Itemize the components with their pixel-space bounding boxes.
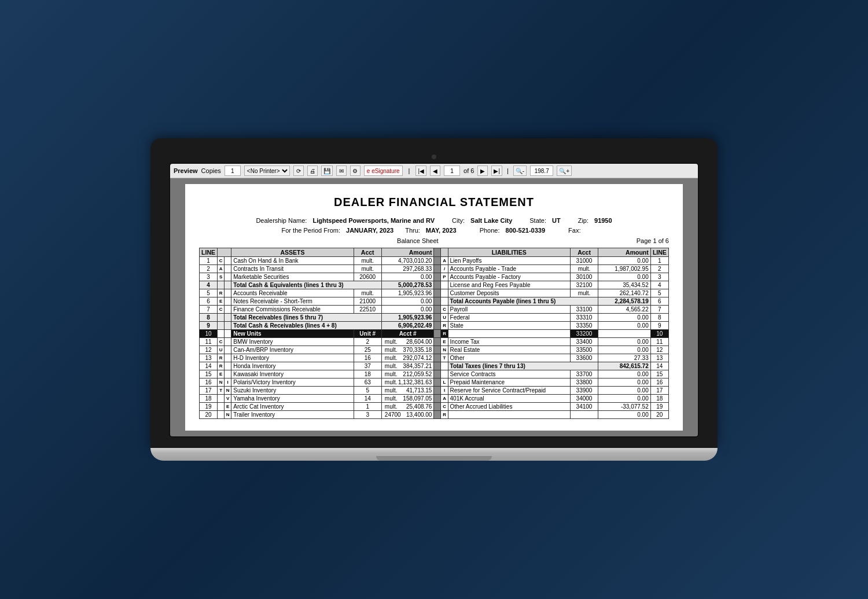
column-divider — [434, 257, 441, 265]
line-header-right: LINE — [650, 248, 668, 257]
column-divider — [434, 387, 441, 395]
zoom-in-btn[interactable]: 🔍+ — [557, 166, 572, 176]
left-side-label-2 — [225, 330, 231, 338]
print-btn[interactable]: 🖨 — [307, 166, 318, 176]
asset-description: Arctic Cat Inventory — [231, 403, 354, 411]
liability-acct: 33600 — [570, 354, 598, 362]
settings-btn[interactable]: ⚙ — [350, 166, 361, 176]
asset-description: New Units — [231, 330, 354, 338]
email-btn[interactable]: ✉ — [336, 166, 347, 176]
column-divider — [434, 395, 441, 403]
right-side-label — [441, 297, 448, 306]
liability-amount: 0.00 — [598, 395, 651, 403]
asset-amount: 2470013,400.00 — [381, 411, 434, 419]
phone-label: Phone: — [480, 227, 500, 234]
column-divider — [434, 289, 441, 297]
save-btn[interactable]: 💾 — [321, 166, 333, 176]
line-header-left: LINE — [200, 248, 218, 257]
liability-acct: 33400 — [570, 338, 598, 346]
liability-acct: 34100 — [570, 403, 598, 411]
table-row: 1CCash On Hand & In Bankmult.4,703,010.2… — [200, 257, 669, 265]
liabilities-header: LIABILITIES — [448, 248, 570, 257]
asset-acct: mult. — [354, 265, 381, 273]
acct-header-right: Acct — [570, 248, 598, 257]
left-side-label-1: C — [218, 338, 225, 346]
left-side-label-2: N — [225, 387, 231, 395]
right-side-label: C — [441, 306, 448, 314]
city-label: City: — [452, 217, 465, 224]
left-side-label-2 — [225, 273, 231, 281]
column-divider — [434, 378, 441, 387]
liability-amount: 262,140.72 — [598, 289, 651, 297]
left-side-label-2 — [225, 289, 231, 297]
column-divider — [434, 362, 441, 370]
left-side-label-1 — [218, 411, 225, 419]
liability-description: Income Tax — [448, 338, 570, 346]
left-side-label-1 — [218, 314, 225, 322]
asset-acct: 37 — [354, 362, 381, 370]
laptop-container: Preview Copies <No Printer> ⟳ 🖨 💾 ✉ ⚙ e … — [150, 138, 718, 461]
liability-amount: 0.00 — [598, 273, 651, 281]
liability-amount: 0.00 — [598, 314, 651, 322]
copies-input[interactable] — [225, 166, 241, 176]
balance-sheet-label: Balance Sheet — [397, 237, 439, 245]
document-title: DEALER FINANCIAL STATEMENT — [199, 196, 669, 209]
row-line-number: 3 — [200, 273, 218, 281]
column-divider — [434, 346, 441, 354]
table-row: 13RH-D Inventory16mult.292,074.12TOther3… — [200, 354, 669, 362]
asset-description: Total Cash & Equivalents (lines 1 thru 3… — [231, 281, 382, 289]
asset-description: Marketable Securities — [231, 273, 354, 281]
left-side-label-2 — [225, 306, 231, 314]
table-row: 7CFinance Commissions Receivable225100.0… — [200, 306, 669, 314]
liability-description: 401K Accrual — [448, 395, 570, 403]
page-input[interactable] — [444, 166, 460, 176]
next-page-btn[interactable]: ▶ — [477, 166, 488, 176]
asset-amount: mult.25,408.76 — [381, 403, 434, 411]
asset-description: Can-Am/BRP Inventory — [231, 346, 354, 354]
printer-select[interactable]: <No Printer> — [244, 166, 290, 176]
left-side-label-1 — [218, 330, 225, 338]
last-page-btn[interactable]: ▶| — [491, 166, 502, 176]
left-side-label-2 — [225, 257, 231, 265]
right-side-label: R — [441, 330, 448, 338]
asset-amount: 0.00 — [381, 297, 434, 306]
period-info-row: For the Period From: JANUARY, 2023 Thru:… — [199, 227, 669, 234]
esignature-btn[interactable]: e eSignature — [364, 166, 403, 176]
asset-description: Kawasaki Inventory — [231, 370, 354, 378]
financial-table: LINE ASSETS Acct Amount LIABILITIES Acct… — [199, 248, 669, 419]
asset-acct: 5 — [354, 387, 381, 395]
column-divider — [434, 403, 441, 411]
row-line-number-right: 6 — [650, 297, 668, 306]
column-divider — [434, 306, 441, 314]
liability-description: Real Estate — [448, 346, 570, 354]
liability-amount: 0.00 — [598, 322, 651, 330]
asset-description: Accounts Receivable — [231, 289, 354, 297]
asset-description: Trailer Inventory — [231, 411, 354, 419]
refresh-btn[interactable]: ⟳ — [293, 166, 304, 176]
liability-amount: 842,615.72 — [598, 362, 651, 370]
row-line-number: 10 — [200, 330, 218, 338]
asset-amount: Acct # — [381, 330, 434, 338]
first-page-btn[interactable]: |◀ — [415, 166, 426, 176]
left-side-label-2 — [225, 370, 231, 378]
fax-label: Fax: — [568, 227, 580, 234]
dealership-name: Lightspeed Powersports, Marine and RV — [312, 217, 435, 224]
asset-amount: mult.370,335.18 — [381, 346, 434, 354]
table-row: 8Total Receivables (lines 5 thru 7)1,905… — [200, 314, 669, 322]
liability-description: Other — [448, 354, 570, 362]
asset-amount: mult.384,357.21 — [381, 362, 434, 370]
right-side-label — [441, 370, 448, 378]
table-row: 10New UnitsUnit #Acct #RSalesTax33200838… — [200, 330, 669, 338]
left-side-label-2 — [225, 281, 231, 289]
table-row: 3SMarketable Securities206000.00PAccount… — [200, 273, 669, 281]
liability-description: SalesTax — [448, 330, 570, 338]
zoom-input[interactable] — [530, 166, 553, 176]
zoom-out-btn[interactable]: 🔍- — [513, 166, 527, 176]
row-line-number: 20 — [200, 411, 218, 419]
asset-acct: 63 — [354, 378, 381, 387]
asset-acct: 16 — [354, 354, 381, 362]
asset-amount: 4,703,010.20 — [381, 257, 434, 265]
asset-amount: 0.00 — [381, 273, 434, 281]
asset-amount: mult.28,604.00 — [381, 338, 434, 346]
prev-page-btn[interactable]: ◀ — [430, 166, 440, 176]
